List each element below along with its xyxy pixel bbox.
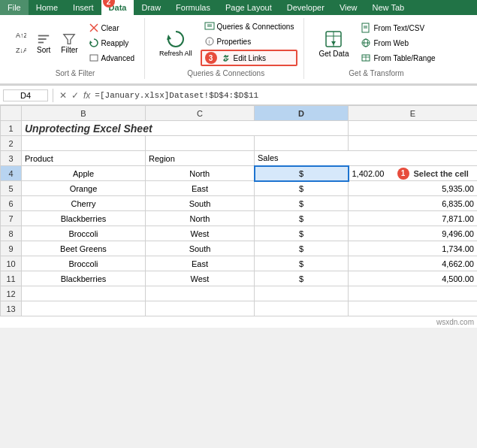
row-header-1[interactable]: 1 xyxy=(1,121,22,136)
cell-d13[interactable] xyxy=(255,301,349,316)
cell-e8[interactable]: 9,496.00 xyxy=(349,226,478,241)
product-header[interactable]: Product xyxy=(22,151,146,166)
cell-b9[interactable]: Beet Greens xyxy=(22,241,146,256)
cell-b10[interactable]: Broccoli xyxy=(22,256,146,271)
tab-draw[interactable]: Draw xyxy=(134,0,168,15)
formula-input[interactable] xyxy=(95,91,474,100)
cell-c13[interactable] xyxy=(146,301,255,316)
sort-asc-button[interactable]: A↑Z xyxy=(12,29,30,42)
from-web-button[interactable]: From Web xyxy=(357,36,439,50)
cell-c12[interactable] xyxy=(146,286,255,301)
cell-c9[interactable]: South xyxy=(146,241,255,256)
cell-d4-selected[interactable]: $ xyxy=(255,166,349,181)
cell-e7[interactable]: 7,871.00 xyxy=(349,211,478,226)
svg-text:i: i xyxy=(208,39,210,44)
row-header-13[interactable]: 13 xyxy=(1,301,22,316)
cell-b6[interactable]: Cherry xyxy=(22,196,146,211)
reapply-button[interactable]: Reapply xyxy=(85,36,138,50)
cell-d2[interactable] xyxy=(255,136,349,151)
row-header-2[interactable]: 2 xyxy=(1,136,22,151)
cell-e11[interactable]: 4,500.00 xyxy=(349,271,478,286)
queries-connections-button[interactable]: Queries & Connections xyxy=(201,20,298,33)
row-header-6[interactable]: 6 xyxy=(1,196,22,211)
cell-c7[interactable]: North xyxy=(146,211,255,226)
col-header-e[interactable]: E xyxy=(349,106,478,121)
region-header[interactable]: Region xyxy=(146,151,255,166)
properties-button[interactable]: i Properties xyxy=(201,35,298,48)
cell-d10[interactable]: $ xyxy=(255,256,349,271)
tab-home[interactable]: Home xyxy=(29,0,65,15)
tab-insert[interactable]: Insert xyxy=(65,0,101,15)
cell-e2[interactable] xyxy=(349,136,478,151)
cell-c6[interactable]: South xyxy=(146,196,255,211)
tab-data[interactable]: 2 Data xyxy=(101,0,134,15)
row-header-4[interactable]: 4 xyxy=(1,166,22,181)
cell-c8[interactable]: West xyxy=(146,226,255,241)
cell-d12[interactable] xyxy=(255,286,349,301)
row-header-8[interactable]: 8 xyxy=(1,226,22,241)
sort-button[interactable]: Sort xyxy=(33,30,54,56)
cell-d9[interactable]: $ xyxy=(255,241,349,256)
cell-c11[interactable]: West xyxy=(146,271,255,286)
get-data-button[interactable]: Get Data xyxy=(313,26,354,60)
cell-d5[interactable]: $ xyxy=(255,181,349,196)
cell-b12[interactable] xyxy=(22,286,146,301)
cell-e6[interactable]: 6,835.00 xyxy=(349,196,478,211)
cell-e5[interactable]: 5,935.00 xyxy=(349,181,478,196)
tab-view[interactable]: View xyxy=(332,0,365,15)
confirm-formula-icon[interactable]: ✓ xyxy=(70,90,80,101)
svg-rect-9 xyxy=(90,55,98,61)
cell-c2[interactable] xyxy=(146,136,255,151)
cell-b5[interactable]: Orange xyxy=(22,181,146,196)
row-header-12[interactable]: 12 xyxy=(1,286,22,301)
cell-reference-input[interactable] xyxy=(3,89,48,101)
refresh-all-button[interactable]: Refresh All xyxy=(154,26,198,59)
cell-b8[interactable]: Broccoli xyxy=(22,226,146,241)
row-header-7[interactable]: 7 xyxy=(1,211,22,226)
cell-c4[interactable]: North xyxy=(146,166,255,181)
cancel-formula-icon[interactable]: ✕ xyxy=(58,90,68,101)
cell-e9[interactable]: 1,734.00 xyxy=(349,241,478,256)
cell-b7[interactable]: Blackberries xyxy=(22,211,146,226)
cell-e1[interactable] xyxy=(349,121,478,136)
cell-e13[interactable] xyxy=(349,301,478,316)
cell-b13[interactable] xyxy=(22,301,146,316)
from-text-csv-button[interactable]: From Text/CSV xyxy=(357,21,439,35)
sales-header[interactable]: Sales xyxy=(255,151,478,166)
cell-d6[interactable]: $ xyxy=(255,196,349,211)
tab-formulas[interactable]: Formulas xyxy=(168,0,218,15)
row-header-5[interactable]: 5 xyxy=(1,181,22,196)
cell-e12[interactable] xyxy=(349,286,478,301)
cell-e4[interactable]: 1,402.00 1 Select the cell xyxy=(349,166,478,181)
col-header-c[interactable]: C xyxy=(146,106,255,121)
row-header-10[interactable]: 10 xyxy=(1,256,22,271)
cell-d8[interactable]: $ xyxy=(255,226,349,241)
cell-c5[interactable]: East xyxy=(146,181,255,196)
row-header-3[interactable]: 3 xyxy=(1,151,22,166)
sort-desc-button[interactable]: Z↓A xyxy=(12,44,30,57)
insert-function-icon[interactable]: fx xyxy=(82,90,92,101)
cell-e10[interactable]: 4,662.00 xyxy=(349,256,478,271)
edit-links-button[interactable]: 3 Edit Links xyxy=(201,50,298,66)
cell-d11[interactable]: $ xyxy=(255,271,349,286)
col-header-b[interactable]: B xyxy=(22,106,146,121)
tab-new-tab[interactable]: New Tab xyxy=(365,0,412,15)
ribbon-content: A↑Z Z↓A Sort xyxy=(0,15,477,85)
row-header-9[interactable]: 9 xyxy=(1,241,22,256)
tab-page-layout[interactable]: Page Layout xyxy=(218,0,279,15)
cell-b11[interactable]: Blackberries xyxy=(22,271,146,286)
sort-filter-group: A↑Z Z↓A Sort xyxy=(6,18,145,79)
tab-file[interactable]: File xyxy=(0,0,29,15)
title-cell[interactable]: Unprotecting Excel Sheet xyxy=(22,121,349,136)
cell-d7[interactable]: $ xyxy=(255,211,349,226)
cell-b2[interactable] xyxy=(22,136,146,151)
tab-developer[interactable]: Developer xyxy=(279,0,332,15)
cell-b4[interactable]: Apple xyxy=(22,166,146,181)
filter-button[interactable]: Filter xyxy=(57,30,81,56)
clear-button[interactable]: Clear xyxy=(85,21,138,35)
row-header-11[interactable]: 11 xyxy=(1,271,22,286)
advanced-button[interactable]: Advanced xyxy=(85,51,138,65)
from-table-button[interactable]: From Table/Range xyxy=(357,51,439,65)
col-header-d[interactable]: D xyxy=(255,106,349,121)
cell-c10[interactable]: East xyxy=(146,256,255,271)
